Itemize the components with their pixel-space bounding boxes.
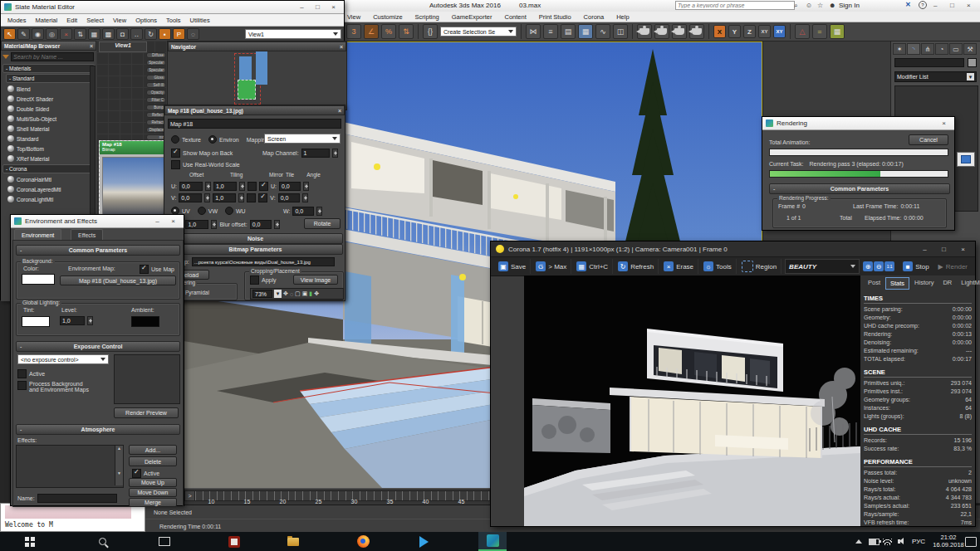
rendering-dialog[interactable]: Rendering × Cancel Total Animation: Curr… — [762, 116, 955, 231]
tab-post[interactable]: Post — [864, 277, 884, 288]
environment-map-button[interactable]: Map #18 (Dual_house_13.jpg) — [60, 276, 176, 285]
map-name-field[interactable]: Map #18 — [168, 119, 341, 129]
a360-icon[interactable]: ✕ — [905, 1, 911, 8]
layer-manager-icon[interactable]: ▤ — [561, 24, 576, 39]
object-name-field[interactable] — [894, 58, 964, 67]
select-tool-icon[interactable]: ↖ — [3, 28, 16, 40]
w-angle-spinner[interactable] — [316, 207, 322, 216]
favorites-star-icon[interactable]: ☆ — [817, 2, 823, 9]
notification-center-button[interactable] — [963, 532, 978, 551]
axis-y-button[interactable]: Y — [728, 25, 741, 38]
material-list-item[interactable]: Shell Material — [1, 124, 96, 134]
close-button[interactable]: × — [967, 2, 971, 9]
v-tiling-field[interactable]: 1,0 — [213, 193, 236, 202]
civil-view-icon[interactable]: △ — [795, 24, 810, 39]
menu-item[interactable]: Scripting — [415, 13, 439, 21]
media-player-button[interactable] — [409, 532, 438, 551]
delete-icon[interactable]: × — [60, 28, 72, 40]
bitmap-parameters-rollout[interactable]: -Bitmap Parameters — [168, 244, 343, 255]
pan-drag-icon[interactable]: ✥ — [314, 290, 319, 297]
tab-history[interactable]: History — [910, 277, 938, 288]
update-icon[interactable]: ↻ — [145, 28, 157, 40]
assign-material-icon[interactable]: ◉ — [32, 28, 44, 40]
motion-tab-icon[interactable]: ◔ — [935, 43, 948, 55]
zoom-in-icon[interactable]: ⊕ — [863, 261, 873, 271]
menu-item[interactable]: Tools — [166, 17, 181, 24]
tab-effects[interactable]: Effects — [71, 229, 103, 241]
tray-language[interactable]: РУС — [909, 532, 929, 551]
stop-button[interactable]: ■Stop — [899, 259, 933, 274]
u-tiling-field[interactable]: 1,0 — [213, 182, 237, 191]
refresh-button[interactable]: ↻Refresh — [614, 259, 659, 274]
selection-set-dropdown[interactable]: Create Selection Se — [440, 27, 517, 37]
rendered-frame-window-icon[interactable] — [672, 24, 687, 39]
zoom-region-icon[interactable]: ▢ — [295, 290, 301, 297]
close-icon[interactable]: × — [90, 43, 93, 49]
keyword-search-input[interactable] — [675, 1, 795, 10]
align-icon[interactable]: ≡ — [543, 24, 558, 39]
zoom-out-icon[interactable]: ⊖ — [874, 261, 884, 271]
zoom-selected-icon[interactable]: ▮ — [309, 290, 312, 297]
effects-scrollbar[interactable]: ▲▼ — [115, 446, 123, 485]
blur-field[interactable]: 1,0 — [185, 220, 208, 229]
community-icon[interactable]: ☺ — [806, 2, 812, 9]
curve-editor-icon[interactable]: ∿ — [595, 24, 610, 39]
tab-environment[interactable]: Environment — [14, 229, 61, 241]
menu-item[interactable]: Utilities — [190, 17, 210, 24]
level-spinner[interactable] — [87, 316, 93, 325]
exposure-active-checkbox[interactable] — [17, 369, 27, 378]
send-to-max-button[interactable]: G> Max — [532, 259, 571, 274]
material-list-item[interactable]: DirectX Shader — [1, 94, 96, 104]
process-background-checkbox[interactable] — [17, 381, 27, 390]
zoom-level-field[interactable]: 73% — [252, 290, 272, 298]
utilities-tab-icon[interactable]: ⚒ — [963, 43, 977, 55]
start-button[interactable] — [15, 532, 43, 551]
environment-effects-window[interactable]: Environment and Effects – × Environment … — [10, 214, 184, 506]
u-offset-field[interactable]: 0,0 — [179, 182, 203, 191]
tray-battery[interactable] — [867, 532, 880, 551]
effect-active-checkbox[interactable] — [132, 469, 141, 478]
bitmap-node[interactable]: Map #18 Bitmap — [99, 140, 169, 222]
node-slot[interactable]: Specular — [146, 60, 166, 66]
render-element-dropdown[interactable]: BEAUTY — [785, 259, 860, 274]
max-taskbar-button[interactable] — [478, 532, 507, 551]
axis-z-button[interactable]: Z — [743, 25, 756, 38]
view-tab[interactable]: View1 — [99, 41, 147, 52]
mapping-dropdown[interactable]: Screen — [264, 134, 341, 144]
corona-titlebar[interactable]: Corona 1.7 (hotfix 4) | 1191×1000px (1:2… — [491, 241, 975, 257]
chevron-down-icon[interactable]: ▾ — [274, 290, 282, 298]
node-slot[interactable]: Opacity — [146, 90, 166, 95]
menu-item[interactable]: Options — [135, 17, 157, 24]
restore-button[interactable]: □ — [950, 2, 954, 9]
u-angle-spinner[interactable] — [303, 182, 309, 191]
put-to-library-icon[interactable]: ◎ — [46, 28, 58, 40]
maximize-button[interactable]: □ — [311, 3, 325, 11]
pin-icon[interactable]: P — [173, 28, 185, 40]
apply-checkbox[interactable] — [250, 276, 259, 285]
slate-titlebar[interactable]: Slate Material Editor – □ × — [1, 1, 344, 14]
move-up-button[interactable]: Move Up — [129, 478, 177, 487]
show-map-icon[interactable]: ▦ — [88, 28, 100, 40]
u-mirror-checkbox[interactable] — [247, 182, 257, 191]
map-panel-header[interactable]: Map #18 (Dual_house_13.jpg)× — [164, 105, 345, 115]
common-parameters-rollout[interactable]: -Common Parameters — [16, 245, 180, 256]
menu-item[interactable]: Print Studio — [539, 13, 571, 21]
menu-item[interactable]: Modes — [7, 17, 27, 24]
use-real-world-scale-checkbox[interactable] — [171, 160, 180, 169]
file-explorer-button[interactable] — [279, 532, 307, 551]
preview-icon[interactable]: ◘ — [116, 28, 129, 40]
cancel-button[interactable]: Cancel — [909, 134, 948, 145]
create-tab-icon[interactable]: ✶ — [893, 43, 906, 55]
minimize-button[interactable]: – — [918, 246, 932, 253]
minimize-button[interactable]: – — [295, 3, 309, 11]
minimize-button[interactable]: – — [150, 217, 164, 225]
task-view-button[interactable] — [150, 532, 179, 551]
rotate-button[interactable]: Rotate — [304, 218, 341, 229]
group-materials[interactable]: - Materials — [2, 64, 95, 73]
show-map-on-back-checkbox[interactable] — [171, 149, 180, 158]
v-offset-spinner[interactable] — [204, 193, 210, 202]
zoom-reset-icon[interactable]: 1:1 — [884, 261, 894, 271]
menu-item[interactable]: Content — [505, 13, 527, 21]
v-offset-field[interactable]: 0,0 — [179, 193, 202, 202]
material-list-item[interactable]: CoronaLayeredMtl — [1, 184, 96, 194]
